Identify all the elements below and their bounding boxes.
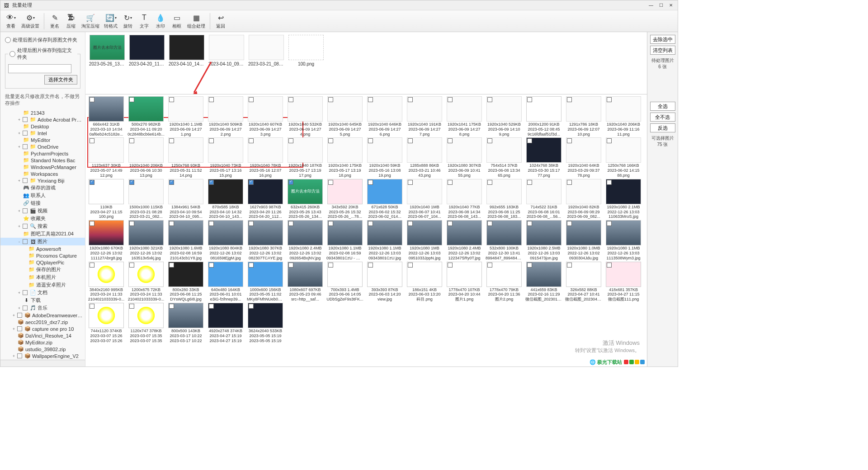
item-checkbox[interactable] [408, 138, 413, 143]
tool-文字[interactable]: T文字 [137, 11, 152, 31]
item-checkbox[interactable] [288, 263, 293, 268]
minimize-icon[interactable]: — [647, 2, 655, 9]
item-checkbox[interactable] [607, 97, 612, 102]
tree-item[interactable]: 📁21343 [0, 109, 85, 116]
tool-查看[interactable]: 👁▾查看 [3, 11, 19, 31]
tree-item[interactable]: 📁图吧工具箱2021.04 [0, 230, 85, 238]
item-checkbox[interactable] [209, 180, 214, 185]
grid-item[interactable]: 1920x1080 1.1MB2022-12-26 13:031113508Wy… [604, 220, 642, 260]
tree-item[interactable]: ⬇下载 [0, 296, 85, 304]
grid-item[interactable]: 868x470 73KB2023-05-17 13:1615.png [207, 137, 245, 178]
grid-item[interactable]: 868x470 646KB2023-06-09 14:276.png [366, 96, 404, 136]
grid-item[interactable]: 1384x961 54KB2023-04-10 09:542023-04-10_… [167, 179, 205, 219]
tree-checkbox[interactable] [23, 290, 28, 295]
grid-item[interactable]: 868x470 1MB2023-06-07 10:412023-06-07_… [406, 179, 443, 219]
grid-item[interactable]: 868x470 509KB2023-06-09 14:272.png [207, 96, 245, 136]
grid-item[interactable]: 2000x1200 91KB2023-05-12 08:459c16fdfaaf… [525, 96, 563, 136]
save-custom-radio[interactable]: 处理后图片保存到指定文件夹 [9, 47, 76, 61]
staging-item[interactable]: 2023-04-10_095... [208, 35, 245, 66]
grid-item[interactable]: 326x582 88KB2023-04-27 10:41微信截图_2023042… [565, 262, 603, 302]
grid-item[interactable]: 532x800 100KB2022-12-30 13:418994847_899… [485, 220, 523, 260]
tool-更名[interactable]: ✎更名 [47, 11, 62, 31]
grid-item[interactable]: 1920x1080 307KB2022-12-26 13:02082307TCA… [246, 220, 284, 260]
item-checkbox[interactable] [288, 97, 293, 102]
grid-item[interactable]: 1778x470 107KB2023-04-20 10:44图片1.png [445, 262, 483, 302]
grid-item[interactable]: 868x470 77KB2023-06-08 14:342023-06-08… [445, 179, 483, 219]
grid-item[interactable]: 1920x1080 1.6MB2023-02-08 16:59210143cb1… [167, 220, 205, 260]
item-checkbox[interactable] [249, 180, 254, 185]
tree-item[interactable]: 📁MyEditor [0, 136, 85, 143]
expand-icon[interactable]: + [11, 354, 16, 358]
expand-icon[interactable]: + [17, 179, 22, 183]
item-checkbox[interactable] [129, 304, 134, 309]
item-checkbox[interactable] [527, 138, 532, 143]
item-checkbox[interactable] [90, 180, 94, 185]
choose-folder-button[interactable]: 选择文件夹 [44, 75, 77, 85]
item-checkbox[interactable] [527, 180, 532, 185]
tree-checkbox[interactable] [23, 117, 28, 122]
item-checkbox[interactable] [209, 304, 214, 309]
grid-item[interactable]: 1920x1080 1MB2022-12-26 13:030951033JppN… [406, 220, 443, 260]
item-checkbox[interactable] [90, 304, 94, 309]
item-checkbox[interactable] [368, 221, 373, 226]
grid-item[interactable]: 1920x1080 307KB2023-06-09 10:4155.png [445, 137, 483, 178]
tree-item[interactable]: 📁WindowsPcManager [0, 164, 85, 170]
grid-item[interactable]: 1920x1080 1.1MB2023-02-08 16:5909343801C… [326, 220, 364, 260]
grid-item[interactable]: 868x470 191KB2023-06-09 14:277.png [406, 96, 443, 136]
grid-item[interactable]: 3840x2160 995KB2023-03-24 11:33210402103… [87, 262, 125, 302]
clear-list-button[interactable]: 清空列表 [650, 46, 675, 55]
grid-item[interactable]: 1920x1080 2.4MB2022-12-26 13:02092654Bxj… [286, 220, 324, 260]
tree-item[interactable]: 🎮保存的游戏 [0, 184, 85, 192]
grid-item[interactable]: 868x470 645KB2023-06-09 14:275.png [326, 96, 364, 136]
grid-item[interactable]: 868x470 187KB2023-05-17 13:1917.png [286, 137, 324, 178]
item-checkbox[interactable] [448, 97, 453, 102]
item-checkbox[interactable] [607, 138, 612, 143]
grid-item[interactable]: 868x470 64KB2023-03-29 09:3778.png [565, 137, 603, 178]
maximize-icon[interactable]: ☐ [657, 2, 665, 9]
grid-item[interactable]: 714x522 31KB2023-06-08 16:012023-06-08_.… [525, 179, 563, 219]
tool-旋转[interactable]: ↻▾旋转 [120, 11, 136, 31]
grid-item[interactable]: 418x681 357KB2023-04-27 11:15微信截图111.png [604, 262, 642, 302]
staging-item[interactable]: 2023-04-20_112... [128, 35, 166, 66]
tree-scrollbar[interactable] [0, 360, 85, 367]
grid-item[interactable]: 868x470 1.1MB2023-06-09 14:271.png [167, 96, 205, 136]
item-checkbox[interactable] [249, 138, 254, 143]
tree-item[interactable]: 📁Apowersoft [0, 245, 85, 252]
item-checkbox[interactable] [90, 263, 94, 268]
item-checkbox[interactable] [408, 221, 413, 226]
grid-item[interactable]: 640x480 164KB2023-06-01 10:01e3iG-fzihne… [207, 262, 245, 302]
grid-item[interactable]: 1120x747 378KB2023-03-07 15:352023-03-07… [127, 303, 165, 343]
item-checkbox[interactable] [288, 180, 293, 185]
item-checkbox[interactable] [288, 138, 293, 143]
select-all-button[interactable]: 全选 [650, 102, 675, 111]
item-checkbox[interactable] [368, 138, 373, 143]
tree-item[interactable]: -🖼图片 [0, 238, 85, 245]
item-checkbox[interactable] [567, 263, 572, 268]
tree-checkbox[interactable] [23, 239, 28, 244]
grid-item[interactable]: 800x500 143KB2023-03-17 10:222023-03-17 … [167, 303, 205, 343]
tree-item[interactable]: 📁本机照片 [0, 273, 85, 281]
item-checkbox[interactable] [487, 221, 492, 226]
item-checkbox[interactable] [209, 138, 214, 143]
grid-item[interactable]: 1920x1041 175KB2023-06-09 14:278.png [445, 96, 483, 136]
tree-item[interactable]: 📦DaVinci_Resolve_14 [0, 332, 85, 339]
item-checkbox[interactable] [169, 263, 174, 268]
item-checkbox[interactable] [90, 221, 94, 226]
staging-item[interactable]: 2023-04-10_143... [168, 35, 206, 66]
radio-original[interactable] [5, 37, 11, 43]
grid-item[interactable]: 1920x1080 1.1MB2022-12-26 13:0309343801C… [366, 220, 404, 260]
tree-checkbox[interactable] [23, 208, 28, 213]
grid-item[interactable]: 1920x1080 2.5MB2022-12-26 13:030915473jo… [525, 220, 563, 260]
grid-item[interactable]: 4920x2748 374KB2023-04-27 15:192023-04-2… [207, 303, 245, 343]
tree-item[interactable]: 📁逍遥安卓照片 [0, 281, 85, 289]
tree-checkbox[interactable] [23, 131, 28, 136]
grid-item[interactable]: 1200x675 72KB2023-03-24 11:3321040210333… [127, 262, 165, 302]
grid-item[interactable]: 1920x1080 2.4MB2022-12-26 13:02122347SRy… [445, 220, 483, 260]
tree-item[interactable]: 📦aecc2019_dxz7.zip [0, 319, 85, 325]
item-checkbox[interactable] [209, 221, 214, 226]
save-original-radio[interactable]: 处理后图片保存到原图文件夹 [5, 37, 80, 43]
grid-item[interactable]: 393x393 87KB2023-06-03 14:20view.jpg [366, 262, 404, 302]
item-checkbox[interactable] [129, 180, 134, 185]
item-checkbox[interactable] [169, 97, 174, 102]
tree-item[interactable]: ⭐收藏夹 [0, 215, 85, 222]
